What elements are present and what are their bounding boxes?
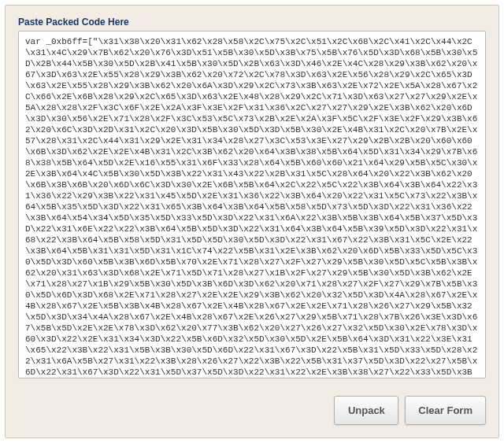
packed-code-input[interactable] [18, 31, 486, 378]
page-root: Paste Packed Code Here Unpack Clear Form [0, 0, 504, 443]
button-row: Unpack Clear Form [18, 396, 486, 425]
clear-form-button[interactable]: Clear Form [405, 396, 486, 425]
unpack-panel: Paste Packed Code Here Unpack Clear Form [5, 5, 499, 438]
unpack-button[interactable]: Unpack [334, 396, 398, 425]
code-input-label: Paste Packed Code Here [18, 17, 486, 28]
